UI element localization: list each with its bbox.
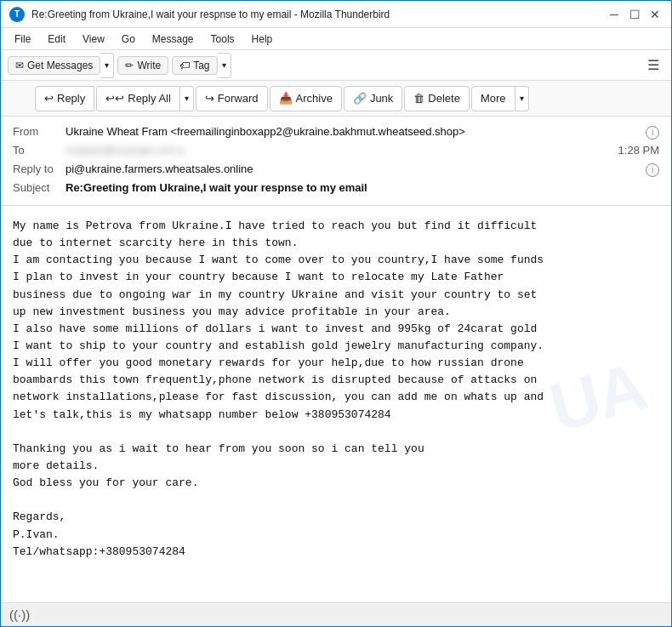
body-line: boambards this town frequently,phone net… xyxy=(13,372,659,389)
from-value: Ukraine Wheat Fram <freemailinginboxapp2… xyxy=(65,125,642,138)
body-line xyxy=(13,424,659,441)
reply-label: Reply xyxy=(57,92,85,105)
body-line: Thanking you as i wait to hear from you … xyxy=(13,441,659,458)
get-messages-label: Get Messages xyxy=(27,60,93,71)
body-line: My name is Petrova from Ukraine.I have t… xyxy=(13,218,659,235)
tag-label: Tag xyxy=(193,60,209,71)
body-line: up new investment business you may advic… xyxy=(13,304,659,321)
forward-button[interactable]: ↪ Forward xyxy=(196,86,268,111)
hamburger-menu-button[interactable]: ☰ xyxy=(642,54,664,76)
replyto-row: Reply to pi@ukraine.farmers.wheatsales.o… xyxy=(13,161,659,180)
menu-view[interactable]: View xyxy=(76,31,111,47)
to-row: To recipient@example.com ● 1:28 PM xyxy=(13,142,659,161)
menu-bar: File Edit View Go Message Tools Help xyxy=(1,28,671,50)
reply-all-arrow[interactable]: ▾ xyxy=(180,86,194,111)
email-body-content: My name is Petrova from Ukraine.I have t… xyxy=(13,218,659,561)
to-value: recipient@example.com ● xyxy=(65,145,610,157)
junk-icon: 🔗 xyxy=(353,92,367,105)
maximize-button[interactable]: ☐ xyxy=(627,7,642,22)
status-bar: ((·)) xyxy=(1,602,671,626)
email-body: UA My name is Petrova from Ukraine.I hav… xyxy=(1,206,671,602)
more-arrow[interactable]: ▾ xyxy=(515,86,529,111)
get-messages-group: ✉ Get Messages ▾ xyxy=(8,53,114,78)
minimize-button[interactable]: ─ xyxy=(607,7,622,22)
body-line: Tel/whatsapp:+380953074284 xyxy=(13,544,659,561)
from-label: From xyxy=(13,125,65,138)
body-line: network installations,please for fast di… xyxy=(13,389,659,406)
subject-label: Subject xyxy=(13,181,65,194)
get-messages-arrow[interactable]: ▾ xyxy=(100,53,114,78)
archive-label: Archive xyxy=(296,92,333,105)
replyto-value: pi@ukraine.farmers.wheatsales.online xyxy=(65,162,642,175)
body-line: God bless you for your care. xyxy=(13,475,659,492)
body-line: I am contacting you because I want to co… xyxy=(13,252,659,269)
more-label: More xyxy=(481,92,506,105)
archive-icon: 📥 xyxy=(279,92,293,105)
delete-button[interactable]: 🗑 Delete xyxy=(404,86,470,111)
reply-all-label: Reply All xyxy=(128,92,171,105)
body-line: I plan to invest in your country because… xyxy=(13,269,659,286)
reply-group: ↩ Reply xyxy=(35,86,94,111)
tag-button[interactable]: 🏷 Tag xyxy=(172,56,217,75)
email-header: From Ukraine Wheat Fram <freemailinginbo… xyxy=(1,117,671,206)
envelope-icon: ✉ xyxy=(15,60,24,71)
reply-all-icon: ↩↩ xyxy=(105,92,124,105)
to-label: To xyxy=(13,144,65,157)
window-title: Re:Greeting from Ukraine,I wait your res… xyxy=(31,9,607,20)
tag-icon: 🏷 xyxy=(179,60,190,71)
replyto-info-icon[interactable]: i xyxy=(646,163,659,177)
delete-icon: 🗑 xyxy=(413,92,424,105)
reply-button[interactable]: ↩ Reply xyxy=(35,86,94,111)
body-line xyxy=(13,492,659,509)
replyto-label: Reply to xyxy=(13,162,65,175)
menu-help[interactable]: Help xyxy=(245,31,280,47)
body-line: I want to ship to your country and estab… xyxy=(13,338,659,355)
write-button[interactable]: ✏ Write xyxy=(117,56,168,75)
menu-edit[interactable]: Edit xyxy=(41,31,72,47)
close-button[interactable]: ✕ xyxy=(647,7,663,22)
body-line: business due to ongoing war in my countr… xyxy=(13,287,659,304)
from-info-icon[interactable]: i xyxy=(646,126,659,140)
reply-icon: ↩ xyxy=(44,92,54,105)
forward-label: Forward xyxy=(218,92,259,105)
tag-arrow[interactable]: ▾ xyxy=(218,53,231,78)
menu-file[interactable]: File xyxy=(8,31,37,47)
more-group: More ▾ xyxy=(471,86,529,111)
write-label: Write xyxy=(137,60,161,71)
email-time: 1:28 PM xyxy=(610,144,659,157)
reply-all-button[interactable]: ↩↩ Reply All xyxy=(96,86,180,111)
action-toolbar: ↩ Reply ↩↩ Reply All ▾ ↪ Forward 📥 Archi… xyxy=(1,81,671,117)
junk-button[interactable]: 🔗 Junk xyxy=(344,86,402,111)
tag-group: 🏷 Tag ▾ xyxy=(172,53,231,78)
app-icon: T xyxy=(9,7,25,22)
subject-value: Re:Greeting from Ukraine,I wait your res… xyxy=(65,181,659,194)
menu-message[interactable]: Message xyxy=(145,31,201,47)
delete-label: Delete xyxy=(428,92,460,105)
connection-status-icon: ((·)) xyxy=(9,607,30,622)
reply-all-group: ↩↩ Reply All ▾ xyxy=(96,86,194,111)
body-line: I will offer you good monetary rewards f… xyxy=(13,355,659,372)
body-line: let's talk,this is my whatsapp number be… xyxy=(13,407,659,424)
body-line: I also have some millions of dollars i w… xyxy=(13,321,659,338)
junk-label: Junk xyxy=(370,92,393,105)
body-line: due to internet scarcity here in this to… xyxy=(13,235,659,252)
window-controls: ─ ☐ ✕ xyxy=(607,7,663,22)
toolbar: ✉ Get Messages ▾ ✏ Write 🏷 Tag ▾ ☰ xyxy=(1,50,671,81)
subject-row: Subject Re:Greeting from Ukraine,I wait … xyxy=(13,180,659,198)
get-messages-button[interactable]: ✉ Get Messages xyxy=(8,56,100,75)
main-window: T Re:Greeting from Ukraine,I wait your r… xyxy=(0,0,672,627)
body-line: more details. xyxy=(13,458,659,475)
pencil-icon: ✏ xyxy=(125,60,134,71)
more-button[interactable]: More xyxy=(471,86,515,111)
forward-icon: ↪ xyxy=(205,92,214,105)
from-row: From Ukraine Wheat Fram <freemailinginbo… xyxy=(13,123,659,142)
title-bar: T Re:Greeting from Ukraine,I wait your r… xyxy=(1,1,671,28)
menu-tools[interactable]: Tools xyxy=(204,31,242,47)
body-line: P.Ivan. xyxy=(13,527,659,544)
body-line: Regards, xyxy=(13,509,659,526)
archive-button[interactable]: 📥 Archive xyxy=(270,86,342,111)
menu-go[interactable]: Go xyxy=(115,31,142,47)
